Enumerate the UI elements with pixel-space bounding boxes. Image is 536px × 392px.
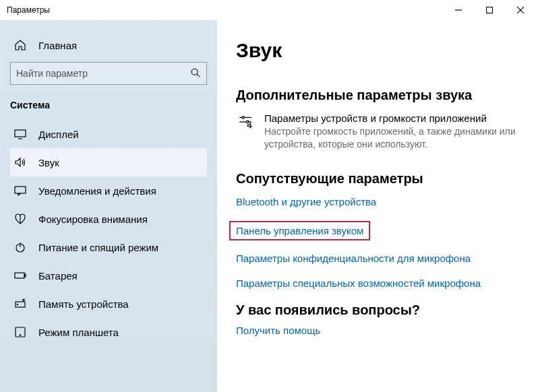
setting-app-volume[interactable]: Параметры устройств и громкости приложен…	[236, 112, 517, 151]
svg-rect-1	[487, 7, 493, 13]
section-heading-additional: Дополнительные параметры звука	[236, 88, 517, 103]
sidebar-item-label: Режим планшета	[38, 327, 119, 338]
sidebar-item-display[interactable]: Дисплей	[10, 120, 207, 148]
svg-rect-8	[15, 187, 26, 193]
sidebar-category: Система	[10, 97, 207, 120]
setting-desc: Настройте громкость приложений, а также …	[264, 125, 517, 151]
section-heading-related: Сопутствующие параметры	[236, 171, 517, 187]
sidebar-item-label: Уведомления и действия	[38, 185, 156, 197]
sidebar-item-label: Батарея	[38, 270, 78, 282]
storage-icon	[14, 298, 26, 310]
sidebar-item-storage[interactable]: Память устройства	[10, 290, 207, 318]
sidebar-item-power[interactable]: Питание и спящий режим	[10, 233, 207, 261]
questions-heading: У вас появились вопросы?	[236, 302, 517, 318]
sidebar-home-label: Главная	[38, 40, 77, 51]
battery-icon	[14, 269, 26, 282]
search-box[interactable]	[10, 62, 207, 85]
svg-point-21	[247, 121, 249, 123]
notifications-icon	[14, 185, 26, 197]
minimize-button[interactable]	[443, 0, 474, 20]
window-controls	[443, 0, 536, 20]
search-input[interactable]	[16, 68, 190, 79]
home-icon	[14, 39, 26, 51]
svg-rect-11	[15, 273, 24, 278]
window-title: Параметры	[7, 5, 443, 15]
link-bluetooth[interactable]: Bluetooth и другие устройства	[236, 196, 517, 207]
link-mic-accessibility[interactable]: Параметры специальных возможностей микро…	[236, 277, 517, 289]
sidebar-item-tablet[interactable]: Режим планшета	[10, 318, 207, 346]
titlebar: Параметры	[0, 0, 536, 20]
svg-line-5	[197, 74, 200, 77]
link-sound-control-panel[interactable]: Панель управления звуком	[229, 221, 370, 240]
link-mic-privacy[interactable]: Параметры конфиденциальности для микрофо…	[236, 253, 517, 264]
sidebar-item-label: Память устройства	[38, 298, 129, 310]
page-title: Звук	[236, 39, 517, 62]
power-icon	[14, 241, 26, 253]
svg-point-19	[242, 117, 244, 119]
content-area: Звук Дополнительные параметры звука Пара…	[217, 20, 536, 392]
sidebar-item-label: Питание и спящий режим	[38, 242, 158, 253]
mixer-icon	[236, 112, 255, 151]
focus-icon	[14, 213, 26, 225]
svg-rect-6	[15, 130, 26, 137]
sidebar-item-sound[interactable]: Звук	[10, 148, 207, 176]
sidebar-item-label: Дисплей	[38, 129, 79, 140]
svg-rect-12	[25, 274, 26, 277]
sound-icon	[14, 156, 26, 168]
sidebar-item-label: Звук	[38, 157, 59, 168]
sidebar-item-focus[interactable]: Фокусировка внимания	[10, 205, 207, 233]
sidebar-item-label: Фокусировка внимания	[38, 214, 148, 225]
link-get-help[interactable]: Получить помощь	[236, 325, 517, 336]
sidebar-item-battery[interactable]: Батарея	[10, 261, 207, 290]
sidebar-home[interactable]: Главная	[10, 32, 207, 62]
svg-point-14	[17, 304, 18, 304]
display-icon	[14, 128, 26, 140]
sidebar: Главная Система Дисплей Звук Уведо	[0, 20, 217, 392]
maximize-button[interactable]	[474, 0, 505, 20]
search-icon	[190, 67, 201, 80]
svg-point-17	[20, 335, 20, 335]
close-button[interactable]	[505, 0, 536, 20]
svg-point-4	[191, 69, 198, 75]
sidebar-item-notifications[interactable]: Уведомления и действия	[10, 176, 207, 205]
tablet-icon	[14, 326, 26, 338]
setting-title: Параметры устройств и громкости приложен…	[264, 112, 517, 124]
